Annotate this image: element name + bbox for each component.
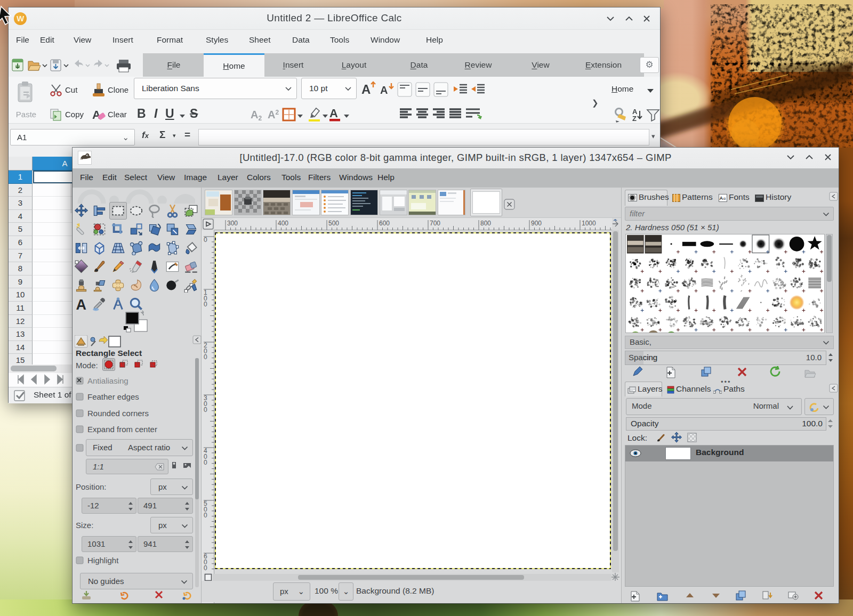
svg-text:600: 600 — [379, 220, 390, 227]
svg-text:A: A — [329, 107, 338, 120]
svg-text:1000: 1000 — [582, 220, 596, 227]
svg-text:0: 0 — [204, 236, 207, 244]
svg-text:700: 700 — [430, 220, 440, 227]
svg-text:α: α — [723, 196, 726, 201]
svg-text:900: 900 — [531, 220, 542, 227]
svg-text:800: 800 — [480, 220, 491, 227]
svg-text:A: A — [720, 196, 723, 201]
svg-text:0: 0 — [204, 353, 207, 361]
svg-text:A: A — [76, 297, 86, 311]
svg-text:0: 0 — [204, 564, 207, 572]
svg-text:0: 0 — [204, 301, 207, 308]
svg-text:500: 500 — [328, 220, 339, 227]
svg-text:300: 300 — [227, 220, 238, 227]
svg-text:0: 0 — [204, 406, 207, 414]
svg-text:0: 0 — [204, 512, 207, 519]
svg-text:400: 400 — [278, 220, 288, 227]
svg-text:0: 0 — [204, 459, 207, 466]
svg-text:Z: Z — [632, 115, 637, 123]
